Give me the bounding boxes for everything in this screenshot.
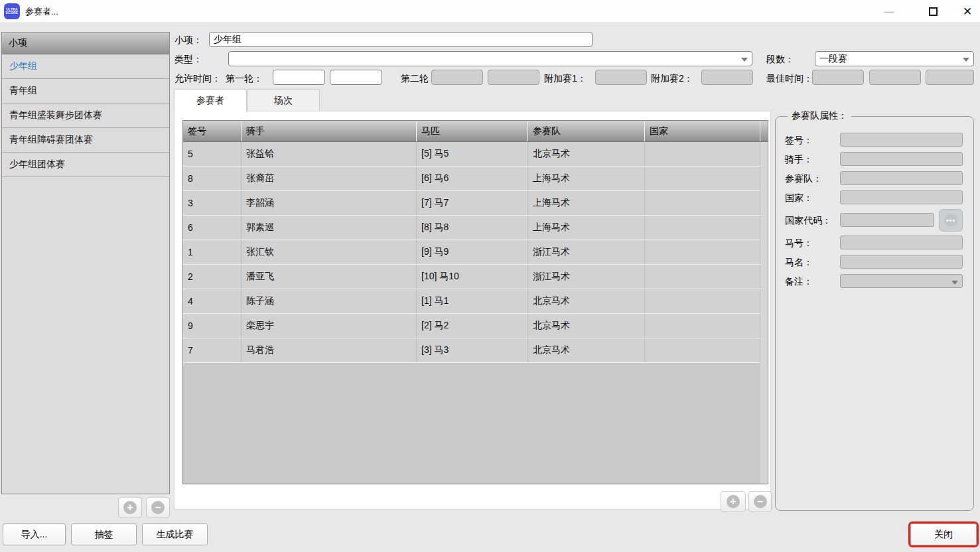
rider-input — [840, 152, 963, 166]
table-cell: [8] 马8 — [417, 216, 528, 240]
ellipsis-icon: ••• — [944, 214, 957, 227]
table-cell — [645, 265, 760, 289]
table-cell: 9 — [183, 314, 242, 338]
table-cell: [3] 马3 — [417, 338, 528, 362]
table-cell: 1 — [183, 240, 242, 264]
best-time-label: 最佳时间： — [766, 73, 813, 85]
table-row[interactable]: 3李韶涵[7] 马7上海马术 — [183, 191, 768, 216]
sidebar-item[interactable]: 青年组 — [2, 79, 169, 104]
country-code-browse-button[interactable]: ••• — [939, 209, 963, 232]
table-row[interactable]: 1张汇钦[9] 马9浙江马术 — [183, 240, 768, 265]
maximize-icon — [929, 7, 938, 16]
category-list-header: 小项 — [2, 33, 169, 54]
table-scrollbar-track[interactable] — [760, 142, 768, 484]
jumpoff1-label: 附加赛1： — [544, 73, 587, 85]
table-cell: 4 — [183, 289, 242, 313]
close-button[interactable]: 关闭 — [910, 523, 977, 545]
table-row[interactable]: 5张益铪[5] 马5北京马术 — [183, 142, 768, 167]
stage-combobox[interactable]: 一段赛 — [815, 51, 974, 66]
table-cell: 陈子涵 — [242, 289, 417, 313]
table-cell: [5] 马5 — [417, 142, 528, 166]
minimize-button[interactable]: — — [874, 0, 904, 23]
plus-icon: + — [123, 501, 137, 514]
table-row[interactable]: 7马君浩[3] 马3北京马术 — [183, 338, 768, 363]
table-header-filler — [760, 121, 768, 141]
team-properties-groupbox: 参赛队属性： 签号：骑手：参赛队：国家：国家代码：•••马号：马名：备注： — [775, 116, 974, 511]
add-participant-button[interactable]: + — [721, 491, 746, 512]
table-row[interactable]: 4陈子涵[1] 马1北京马术 — [183, 289, 768, 314]
tab-sessions[interactable]: 场次 — [247, 89, 320, 111]
remove-participant-button[interactable]: − — [748, 491, 772, 512]
sidebar-item[interactable]: 青年组障碍赛团体赛 — [2, 128, 169, 153]
table-cell: 上海马术 — [528, 216, 645, 240]
jumpoff2-time-input — [701, 70, 753, 85]
sidebar-item[interactable]: 少年组 — [2, 54, 169, 79]
chevron-down-icon — [951, 281, 958, 285]
table-cell: 栾思宇 — [242, 314, 417, 338]
participants-table: 签号骑手马匹参赛队国家 5张益铪[5] 马5北京马术8张裔茁[6] 马6上海马术… — [182, 120, 768, 484]
table-cell: 潘亚飞 — [242, 265, 417, 289]
item-name-input[interactable]: 少年组 — [209, 32, 593, 47]
table-cell: 3 — [183, 191, 242, 215]
item-label: 小项： — [175, 34, 202, 46]
stage-combobox-value: 一段赛 — [819, 53, 847, 65]
country-code-label: 国家代码： — [785, 215, 831, 227]
best-time-input-2 — [869, 70, 921, 85]
type-combobox[interactable] — [228, 51, 752, 66]
table-cell: 张益铪 — [242, 142, 417, 166]
table-cell: 7 — [183, 338, 242, 362]
table-cell: 上海马术 — [528, 191, 645, 215]
category-list: 小项 少年组青年组青年组盛装舞步团体赛青年组障碍赛团体赛少年组团体赛 — [1, 32, 170, 494]
remove-category-button[interactable]: − — [146, 497, 170, 518]
round1-time-input-1[interactable] — [273, 70, 325, 85]
app-logo-icon: ULTRA SCORE — [4, 3, 20, 19]
sign-number-input — [840, 133, 963, 147]
add-category-button[interactable]: + — [118, 497, 142, 518]
table-cell: 6 — [183, 216, 242, 240]
table-cell: 5 — [183, 142, 242, 166]
plus-icon: + — [727, 495, 740, 508]
allowed-time-label: 允许时间： — [175, 73, 221, 85]
round1-time-input-2[interactable] — [330, 70, 382, 85]
horse-name-label: 马名： — [785, 257, 813, 269]
table-row[interactable]: 9栾思宇[2] 马2北京马术 — [183, 314, 768, 338]
table-row[interactable]: 6郭素巡[8] 马8上海马术 — [183, 216, 768, 240]
table-cell: 张裔茁 — [242, 167, 417, 190]
table-row[interactable]: 2潘亚飞[10] 马10浙江马术 — [183, 265, 768, 289]
table-column-header[interactable]: 签号 — [183, 121, 242, 141]
horse-number-label: 马号： — [785, 238, 813, 249]
import-button[interactable]: 导入... — [3, 523, 66, 545]
table-column-header[interactable]: 骑手 — [242, 121, 417, 141]
table-cell: 浙江马术 — [528, 240, 645, 264]
chevron-down-icon — [741, 58, 748, 62]
table-row[interactable]: 8张裔茁[6] 马6上海马术 — [183, 167, 768, 191]
remarks-label: 备注： — [785, 276, 813, 288]
sidebar-item[interactable]: 青年组盛装舞步团体赛 — [2, 104, 169, 128]
table-column-header[interactable]: 国家 — [645, 121, 760, 141]
jumpoff2-label: 附加赛2： — [651, 73, 693, 85]
title-bar: ULTRA SCORE 参赛者... — ✕ — [0, 0, 980, 23]
best-time-input-1 — [812, 70, 864, 85]
table-column-header[interactable]: 参赛队 — [528, 121, 645, 141]
draw-lots-button[interactable]: 抽签 — [71, 523, 137, 545]
table-cell — [645, 240, 760, 264]
table-cell — [645, 142, 760, 166]
table-cell: 郭素巡 — [242, 216, 417, 240]
sidebar-item[interactable]: 少年组团体赛 — [2, 153, 169, 177]
table-cell — [645, 338, 760, 362]
tab-participants[interactable]: 参赛者 — [174, 89, 247, 112]
minus-icon: − — [151, 501, 165, 514]
maximize-button[interactable] — [918, 0, 948, 23]
table-cell: 北京马术 — [528, 314, 645, 338]
table-cell: 2 — [183, 265, 242, 289]
generate-competition-button[interactable]: 生成比赛 — [142, 523, 208, 545]
close-window-button[interactable]: ✕ — [952, 0, 980, 23]
table-cell — [645, 167, 760, 190]
table-cell: [1] 马1 — [417, 289, 528, 313]
table-cell: 浙江马术 — [528, 265, 645, 289]
table-cell: 北京马术 — [528, 338, 645, 362]
team-label: 参赛队： — [785, 173, 822, 185]
table-cell: 北京马术 — [528, 142, 645, 166]
horse-number-input — [840, 236, 963, 249]
table-column-header[interactable]: 马匹 — [417, 121, 528, 141]
